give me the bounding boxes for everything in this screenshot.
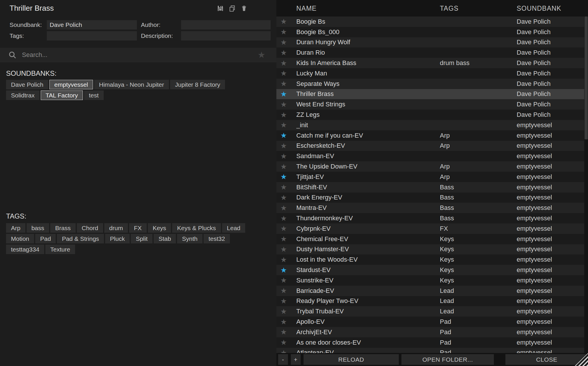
favorite-star-icon[interactable]: ★ xyxy=(276,132,296,139)
favorite-star-icon[interactable]: ★ xyxy=(276,339,296,346)
preset-row[interactable]: ★Separate WaysDave Polich xyxy=(276,79,588,89)
favorite-star-icon[interactable]: ★ xyxy=(276,246,296,253)
tag-filter-button[interactable]: Pluck xyxy=(105,234,130,243)
preset-row[interactable]: ★Duran RioDave Polich xyxy=(276,47,588,58)
preset-row[interactable]: ★Trybal Trubal-EVLeademptyvessel xyxy=(276,306,588,317)
favorite-star-icon[interactable]: ★ xyxy=(276,215,296,222)
decrease-button[interactable]: - xyxy=(278,354,288,365)
tag-filter-button[interactable]: Synth xyxy=(177,234,202,243)
preset-row[interactable]: ★Tjittjat-EVArpemptyvessel xyxy=(276,172,588,182)
soundbank-filter-button[interactable]: Solidtrax xyxy=(6,90,40,100)
soundbank-filter-button[interactable]: Dave Polich xyxy=(6,80,48,89)
preset-row[interactable]: ★Dusty Hamster-EVKeysemptyvessel xyxy=(276,244,588,255)
copy-icon[interactable] xyxy=(229,5,236,12)
favorite-star-icon[interactable]: ★ xyxy=(276,111,296,119)
preset-row[interactable]: ★The Upside Down-EVArpemptyvessel xyxy=(276,161,588,172)
favorite-star-icon[interactable]: ★ xyxy=(276,204,296,212)
favorite-star-icon[interactable]: ★ xyxy=(276,349,296,353)
soundbank-field[interactable]: Dave Polich xyxy=(47,20,137,29)
preset-row[interactable]: ★Stardust-EVKeysemptyvessel xyxy=(276,265,588,275)
favorite-star-icon[interactable]: ★ xyxy=(276,49,296,56)
open-folder-button[interactable]: OPEN FOLDER... xyxy=(401,354,494,365)
tag-filter-button[interactable]: Stab xyxy=(154,234,176,243)
delete-icon[interactable] xyxy=(241,5,248,12)
soundbank-filter-button[interactable]: emptyvessel xyxy=(49,80,93,89)
tag-filter-button[interactable]: FX xyxy=(129,223,147,233)
tag-filter-button[interactable]: Brass xyxy=(50,223,76,233)
tags-field[interactable] xyxy=(47,31,137,40)
increase-button[interactable]: + xyxy=(291,354,301,365)
search-input[interactable] xyxy=(21,51,258,59)
soundbank-filter-button[interactable]: Himalaya - Neon Jupiter xyxy=(94,80,169,89)
preset-row[interactable]: ★BitShift-EVBassemptyvessel xyxy=(276,182,588,193)
preset-row[interactable]: ★Cybrpnk-EVFXemptyvessel xyxy=(276,223,588,234)
preset-row[interactable]: ★ArchivjEt-EVPademptyvessel xyxy=(276,327,588,337)
favorite-star-icon[interactable]: ★ xyxy=(276,318,296,326)
tag-filter-button[interactable]: Motion xyxy=(6,234,34,243)
author-field[interactable] xyxy=(181,20,271,29)
preset-row[interactable]: ★Thundermonkey-EVBassemptyvessel xyxy=(276,213,588,223)
tag-filter-button[interactable]: Pad xyxy=(35,234,56,243)
favorite-star-icon[interactable]: ★ xyxy=(276,225,296,232)
soundbank-filter-button[interactable]: Jupiter 8 Factory xyxy=(170,80,225,89)
favorite-star-icon[interactable]: ★ xyxy=(276,80,296,87)
preset-row[interactable]: ★Boogie BsDave Polich xyxy=(276,16,588,27)
preset-row[interactable]: ★Ready Player Two-EVLeademptyvessel xyxy=(276,296,588,306)
tag-filter-button[interactable]: testtag334 xyxy=(6,245,44,254)
tag-filter-button[interactable]: Pad & Strings xyxy=(57,234,104,243)
tag-filter-button[interactable]: Chord xyxy=(77,223,103,233)
favorite-star-icon[interactable]: ★ xyxy=(276,142,296,149)
save-icon[interactable] xyxy=(217,5,224,12)
favorite-star-icon[interactable]: ★ xyxy=(276,256,296,263)
favorite-star-icon[interactable]: ★ xyxy=(276,235,296,243)
preset-row[interactable]: ★Catch me if you can-EVArpemptyvessel xyxy=(276,130,588,141)
favorite-star-icon[interactable]: ★ xyxy=(276,287,296,294)
favorite-star-icon[interactable]: ★ xyxy=(276,153,296,160)
close-button[interactable]: CLOSE xyxy=(505,354,588,365)
preset-row[interactable]: ★Duran Hungry WolfDave Polich xyxy=(276,37,588,48)
favorite-star-icon[interactable]: ★ xyxy=(276,184,296,191)
preset-row[interactable]: ★Kids In America Bassdrum bassDave Polic… xyxy=(276,58,588,68)
favorite-star-icon[interactable]: ★ xyxy=(276,163,296,170)
favorite-star-icon[interactable]: ★ xyxy=(276,101,296,108)
preset-row[interactable]: ★Barricade-EVLeademptyvessel xyxy=(276,286,588,296)
tag-filter-button[interactable]: Lead xyxy=(222,223,245,233)
favorite-star-icon[interactable]: ★ xyxy=(276,28,296,36)
favorite-star-icon[interactable]: ★ xyxy=(276,39,296,46)
favorite-star-icon[interactable]: ★ xyxy=(276,90,296,98)
preset-row[interactable]: ★As one door closes-EVPademptyvessel xyxy=(276,337,588,348)
preset-row[interactable]: ★Apollo-EVPademptyvessel xyxy=(276,317,588,327)
scrollbar[interactable] xyxy=(584,16,588,353)
preset-row[interactable]: ★Lucky ManDave Polich xyxy=(276,68,588,79)
tag-filter-button[interactable]: Texture xyxy=(45,245,75,254)
preset-row[interactable]: ★West End StringsDave Polich xyxy=(276,99,588,110)
preset-row[interactable]: ★Sunstrike-EVKeysemptyvessel xyxy=(276,275,588,286)
favorite-star-icon[interactable]: ★ xyxy=(276,194,296,201)
preset-row[interactable]: ★Mantra-EVBassemptyvessel xyxy=(276,203,588,213)
preset-row[interactable]: ★Thriller BrassDave Polich xyxy=(276,89,588,99)
favorite-star-icon[interactable]: ★ xyxy=(276,267,296,274)
soundbank-filter-button[interactable]: TAL Factory xyxy=(41,90,83,100)
preset-row[interactable]: ★Sandman-EVemptyvessel xyxy=(276,151,588,161)
preset-row[interactable]: ★ZZ LegsDave Polich xyxy=(276,110,588,120)
tag-filter-button[interactable]: Split xyxy=(131,234,152,243)
preset-row[interactable]: ★Dark Energy-EVBassemptyvessel xyxy=(276,193,588,203)
tag-filter-button[interactable]: test32 xyxy=(204,234,230,243)
favorite-star-icon[interactable]: ★ xyxy=(276,308,296,315)
preset-row[interactable]: ★_initemptyvessel xyxy=(276,120,588,130)
favorite-star-icon[interactable]: ★ xyxy=(276,173,296,180)
preset-row[interactable]: ★Atlantean-EVPademptyvessel xyxy=(276,348,588,353)
preset-row[interactable]: ★Boogie Bs_000Dave Polich xyxy=(276,27,588,37)
tag-filter-button[interactable]: bass xyxy=(27,223,49,233)
preset-row[interactable]: ★Chemical Free-EVKeysemptyvessel xyxy=(276,234,588,244)
reload-button[interactable]: RELOAD xyxy=(304,354,399,365)
favorite-star-icon[interactable]: ★ xyxy=(276,297,296,305)
tag-filter-button[interactable]: Arp xyxy=(6,223,25,233)
favorite-star-icon[interactable]: ★ xyxy=(276,121,296,129)
tag-filter-button[interactable]: Keys xyxy=(148,223,171,233)
scrollbar-thumb[interactable] xyxy=(585,16,588,139)
favorite-star-icon[interactable]: ★ xyxy=(276,18,296,25)
soundbank-filter-button[interactable]: test xyxy=(84,90,104,100)
favorite-star-icon[interactable]: ★ xyxy=(276,277,296,284)
description-field[interactable] xyxy=(181,31,271,40)
